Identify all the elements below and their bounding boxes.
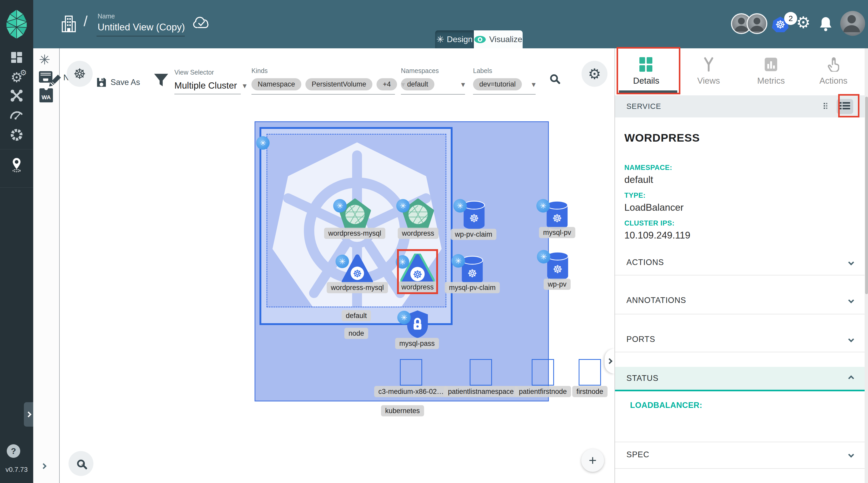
node-label: mysql-pass — [395, 338, 439, 349]
k8s-node-icon[interactable] — [532, 359, 554, 386]
tab-metrics[interactable]: Metrics — [740, 48, 802, 94]
panel-collapse-handle[interactable] — [604, 349, 615, 374]
svg-text:☸: ☸ — [553, 263, 563, 276]
namespace-chip[interactable]: default — [401, 78, 434, 90]
kinds-label: Kinds — [251, 67, 405, 75]
view-selector-label: View Selector — [175, 68, 247, 76]
breadcrumb-separator: / — [84, 12, 88, 29]
cluster-container[interactable]: ✳ ✳ wordpress-mysql ✳ wordpress ☸ ✳ wp-p… — [254, 121, 549, 401]
meshery-logo[interactable] — [4, 9, 29, 39]
visualization-canvas[interactable]: N ☸ Save As View Selector Multiple Clust… — [60, 48, 615, 483]
view-name-underline — [96, 36, 185, 36]
kubernetes-view-button[interactable]: ☸ — [67, 61, 93, 87]
namespaces-filter[interactable]: Namespaces default ▾ — [401, 67, 465, 94]
notifications-icon[interactable] — [819, 16, 832, 31]
node-label: firstnode — [572, 386, 608, 397]
zoom-button[interactable]: + — [68, 451, 93, 476]
svg-text:☸: ☸ — [467, 267, 477, 280]
accordion-annotations[interactable]: ANNOTATIONS — [615, 288, 865, 313]
collaborator-avatar[interactable] — [747, 13, 767, 34]
selection-annotation-box — [397, 249, 438, 294]
node-label: patientfirstnode — [515, 386, 571, 397]
sidebar-expand-button[interactable] — [24, 402, 33, 427]
sidebar-item-lifecycle[interactable]: ⚙⚙ — [0, 69, 33, 85]
visualize-label: Visualize — [489, 34, 522, 44]
save-icon — [96, 77, 107, 88]
k8s-node-icon[interactable] — [400, 359, 422, 386]
edit-pencil-icon[interactable] — [48, 74, 62, 87]
namespace-label: default — [341, 310, 371, 321]
help-button[interactable]: ? — [7, 444, 20, 458]
caret-down-icon: ▾ — [243, 81, 247, 90]
accordion-status-expanded[interactable]: STATUS — [615, 367, 865, 391]
search-icon[interactable] — [550, 74, 558, 83]
field-type: TYPE: LoadBalancer — [624, 192, 683, 213]
mode-toggle: ✳ Design Visualize — [435, 30, 523, 48]
tab-visualize[interactable]: Visualize — [474, 30, 523, 48]
kinds-filter[interactable]: Kinds Namespace PersistentVolume +4 ▾ — [251, 67, 405, 94]
labels-label: Labels — [473, 67, 535, 75]
sidebar-item-performance[interactable] — [0, 109, 33, 119]
node-label: wordpress-mysql — [324, 228, 385, 239]
organization-icon[interactable] — [61, 15, 76, 33]
panel-scrollbar[interactable] — [865, 48, 868, 483]
label-chip[interactable]: dev=tutorial — [473, 78, 522, 90]
k8s-node-icon[interactable] — [579, 359, 601, 386]
meshsync-badge-icon: ✳ — [333, 199, 347, 212]
divider — [615, 352, 865, 352]
listicon-annotation-box — [838, 94, 860, 117]
k8s-node-icon[interactable] — [470, 359, 492, 386]
kind-chip[interactable]: Namespace — [251, 78, 301, 90]
kind-chip-more[interactable]: +4 — [376, 78, 397, 90]
view-selector[interactable]: View Selector Multiple Cluster ▾ — [175, 68, 247, 94]
canvas-settings-button[interactable]: ⚙ — [582, 61, 608, 87]
toolbar-expand-chevron[interactable] — [41, 464, 46, 469]
metrics-icon — [764, 57, 778, 72]
sidebar-item-environment[interactable] — [0, 158, 33, 172]
sidebar-item-dashboard[interactable] — [0, 52, 33, 63]
accordion-spec[interactable]: SPEC — [615, 442, 865, 467]
settings-icon[interactable]: ⚙ — [796, 15, 811, 31]
node-label: wp-pv — [544, 279, 570, 290]
sidebar-item-extensions[interactable] — [0, 129, 33, 141]
tab-design[interactable]: ✳ Design — [435, 30, 474, 48]
app-sidebar: ⚙⚙ ? v0.7.73 — [0, 0, 33, 483]
accordion-actions[interactable]: ACTIONS — [615, 250, 865, 275]
sidebar-item-configuration[interactable] — [0, 89, 33, 102]
node-label: mysql-pv-claim — [445, 282, 500, 293]
node-label: mysql-pv — [539, 227, 575, 238]
node-label: wordpress — [398, 228, 438, 239]
resource-title: WORDPRESS — [624, 132, 700, 144]
kind-chip[interactable]: PersistentVolume — [305, 78, 372, 90]
filter-icon[interactable] — [153, 72, 169, 88]
actions-icon — [828, 57, 839, 72]
meshsync-badge-icon: ✳ — [452, 254, 465, 267]
meshsync-badge-icon: ✳ — [536, 199, 550, 212]
resource-kind-label: SERVICE — [626, 102, 661, 111]
node-label: c3-medium-x86-02… — [374, 386, 448, 397]
design-tool-icon[interactable]: ✳ — [39, 53, 50, 66]
field-namespace: NAMESPACE: default — [624, 164, 672, 185]
view-name-input[interactable]: Untitled View (Copy) — [98, 22, 185, 33]
namespaces-label: Namespaces — [401, 67, 465, 75]
user-avatar[interactable] — [840, 11, 865, 36]
save-as-button[interactable]: Save As — [96, 77, 140, 88]
add-node-button[interactable]: + — [581, 449, 604, 472]
accordion-ports[interactable]: PORTS — [615, 327, 865, 352]
tab-actions[interactable]: Actions — [802, 48, 865, 94]
meshsync-badge-icon: ✳ — [397, 311, 411, 324]
cloud-saved-icon — [192, 16, 211, 30]
node-container-label: node — [344, 328, 368, 339]
tab-views[interactable]: Views — [678, 48, 740, 94]
caret-down-icon: ▾ — [532, 80, 535, 89]
wasm-filter-icon[interactable]: WA — [39, 88, 53, 103]
scrollbar-thumb[interactable] — [865, 97, 868, 294]
labels-filter[interactable]: Labels dev=tutorial ▾ — [473, 67, 535, 94]
details-panel: Details Views Metrics Actions SERVICE — [615, 48, 868, 483]
meshery-app: / Name Untitled View (Copy) ✳ Design Vis… — [0, 0, 868, 483]
views-icon — [703, 57, 715, 72]
compact-list-icon[interactable] — [823, 102, 832, 111]
view-selector-value[interactable]: Multiple Cluster — [175, 80, 237, 91]
meshsync-badge-icon: ✳ — [336, 255, 349, 268]
node-label: wp-pv-claim — [451, 229, 496, 240]
